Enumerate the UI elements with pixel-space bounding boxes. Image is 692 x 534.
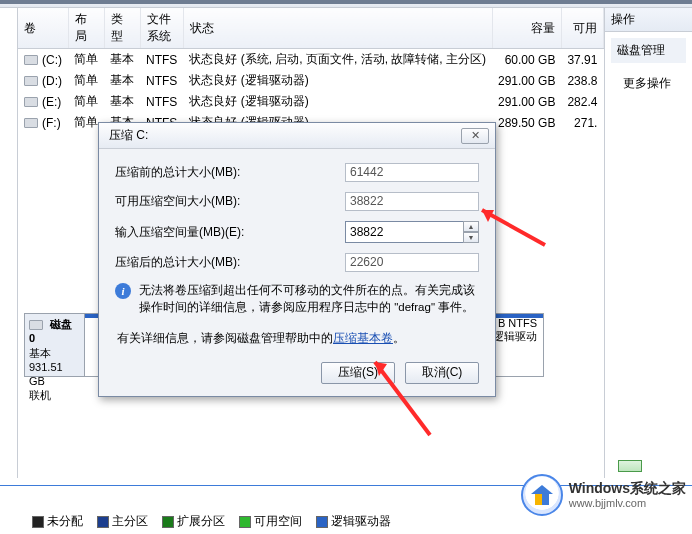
cell-fs: NTFS	[140, 91, 183, 112]
value-total-before: 61442	[345, 163, 479, 182]
detail-prefix: 有关详细信息，请参阅磁盘管理帮助中的	[117, 332, 333, 344]
label-total-before: 压缩前的总计大小(MB):	[115, 164, 345, 181]
dialog-body: 压缩前的总计大小(MB): 61442 可用压缩空间大小(MB): 38822 …	[99, 149, 495, 396]
cell-capacity: 60.00 GB	[492, 49, 561, 71]
close-icon: ✕	[471, 129, 480, 142]
disk-icon	[29, 320, 43, 330]
col-status[interactable]: 状态	[183, 8, 492, 49]
cell-status: 状态良好 (逻辑驱动器)	[183, 70, 492, 91]
legend-free: 可用空间	[239, 513, 302, 530]
label-total-after: 压缩后的总计大小(MB):	[115, 254, 345, 271]
actions-task[interactable]: 磁盘管理	[611, 38, 686, 63]
cell-layout: 简单	[68, 70, 104, 91]
watermark: Windows系统之家 www.bjjmlv.com	[521, 474, 686, 516]
cell-layout: 简单	[68, 91, 104, 112]
spinner-down-icon[interactable]: ▼	[463, 232, 479, 243]
left-tree-pane	[0, 8, 18, 478]
actions-pane: 操作 磁盘管理 更多操作	[604, 8, 692, 478]
cell-fs: NTFS	[140, 70, 183, 91]
info-text: 无法将卷压缩到超出任何不可移动的文件所在的点。有关完成该操作时间的详细信息，请参…	[139, 282, 479, 317]
drive-icon	[24, 118, 38, 128]
legend: 未分配 主分区 扩展分区 可用空间 逻辑驱动器	[32, 513, 391, 530]
legend-extended: 扩展分区	[162, 513, 225, 530]
watermark-brand: Windows系统之家	[569, 480, 686, 497]
col-layout[interactable]: 布局	[68, 8, 104, 49]
cell-type: 基本	[104, 91, 140, 112]
cell-vol: (F:)	[42, 116, 61, 130]
legend-logical: 逻辑驱动器	[316, 513, 391, 530]
shrink-button[interactable]: 压缩(S)	[321, 362, 395, 384]
partition-fs: B NTFS	[498, 317, 537, 329]
shrink-amount-spinner[interactable]: ▲ ▼	[463, 221, 479, 243]
cell-layout: 简单	[68, 49, 104, 71]
cell-type: 基本	[104, 49, 140, 71]
info-icon: i	[115, 283, 131, 299]
dialog-info: i 无法将卷压缩到超出任何不可移动的文件所在的点。有关完成该操作时间的详细信息，…	[115, 282, 479, 317]
decorative-green-box	[618, 460, 642, 472]
partition-kind: 逻辑驱动	[493, 330, 537, 342]
table-row[interactable]: (D:) 简单 基本 NTFS 状态良好 (逻辑驱动器) 291.00 GB 2…	[18, 70, 603, 91]
cell-capacity: 291.00 GB	[492, 91, 561, 112]
table-row[interactable]: (C:) 简单 基本 NTFS 状态良好 (系统, 启动, 页面文件, 活动, …	[18, 49, 603, 71]
disk-type: 基本	[29, 347, 51, 359]
drive-icon	[24, 76, 38, 86]
col-fs[interactable]: 文件系统	[140, 8, 183, 49]
volume-table: 卷 布局 类型 文件系统 状态 容量 可用 (C:) 简单 基本 NTFS 状态…	[18, 8, 604, 133]
detail-suffix: 。	[393, 332, 405, 344]
cell-type: 基本	[104, 70, 140, 91]
watermark-logo-icon	[521, 474, 563, 516]
cell-free: 282.4	[561, 91, 603, 112]
col-volume[interactable]: 卷	[18, 8, 68, 49]
col-free[interactable]: 可用	[561, 8, 603, 49]
label-available-shrink: 可用压缩空间大小(MB):	[115, 193, 345, 210]
disk-header[interactable]: 磁盘 0 基本 931.51 GB 联机	[25, 314, 85, 376]
cell-free: 37.91	[561, 49, 603, 71]
disk-size: 931.51 GB	[29, 361, 63, 387]
cell-status: 状态良好 (逻辑驱动器)	[183, 91, 492, 112]
dialog-titlebar[interactable]: 压缩 C: ✕	[99, 123, 495, 149]
close-button[interactable]: ✕	[461, 128, 489, 144]
watermark-url: www.bjjmlv.com	[569, 497, 686, 510]
cell-free: 238.8	[561, 70, 603, 91]
help-link[interactable]: 压缩基本卷	[333, 332, 393, 344]
cell-status: 状态良好 (系统, 启动, 页面文件, 活动, 故障转储, 主分区)	[183, 49, 492, 71]
col-capacity[interactable]: 容量	[492, 8, 561, 49]
actions-header: 操作	[605, 8, 692, 32]
drive-icon	[24, 55, 38, 65]
spinner-up-icon[interactable]: ▲	[463, 221, 479, 232]
legend-unallocated: 未分配	[32, 513, 83, 530]
shrink-dialog: 压缩 C: ✕ 压缩前的总计大小(MB): 61442 可用压缩空间大小(MB)…	[98, 122, 496, 397]
value-available-shrink: 38822	[345, 192, 479, 211]
cell-vol: (D:)	[42, 74, 62, 88]
drive-icon	[24, 97, 38, 107]
cancel-button[interactable]: 取消(C)	[405, 362, 479, 384]
cell-free: 271.	[561, 112, 603, 133]
cell-vol: (C:)	[42, 53, 62, 67]
cell-vol: (E:)	[42, 95, 61, 109]
legend-primary: 主分区	[97, 513, 148, 530]
label-shrink-amount: 输入压缩空间量(MB)(E):	[115, 224, 345, 241]
disk-status: 联机	[29, 389, 51, 401]
table-row[interactable]: (E:) 简单 基本 NTFS 状态良好 (逻辑驱动器) 291.00 GB 2…	[18, 91, 603, 112]
col-type[interactable]: 类型	[104, 8, 140, 49]
cell-capacity: 291.00 GB	[492, 70, 561, 91]
cell-capacity: 289.50 GB	[492, 112, 561, 133]
dialog-title: 压缩 C:	[109, 127, 148, 144]
value-total-after: 22620	[345, 253, 479, 272]
dialog-detail: 有关详细信息，请参阅磁盘管理帮助中的压缩基本卷。	[117, 331, 479, 346]
shrink-amount-input[interactable]	[345, 221, 479, 243]
table-header-row: 卷 布局 类型 文件系统 状态 容量 可用	[18, 8, 603, 49]
actions-more[interactable]: 更多操作	[605, 69, 692, 98]
cell-fs: NTFS	[140, 49, 183, 71]
